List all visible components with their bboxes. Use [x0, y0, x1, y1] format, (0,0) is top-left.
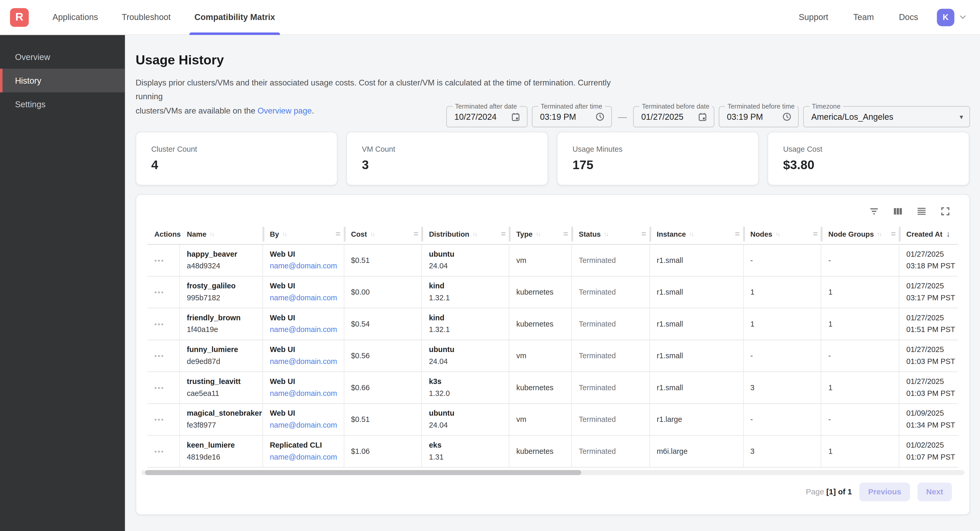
density-icon[interactable] [915, 204, 928, 218]
col-header-name[interactable]: Name ↑↓ [180, 223, 263, 244]
created-by-email-link[interactable]: name@domain.com [270, 260, 343, 272]
terminated-after-time-field[interactable]: Terminated after time 03:19 PM [532, 106, 612, 128]
cost-value: $0.54 [351, 320, 422, 329]
created-at-cell: 01/27/2025 01:51 PM PST [899, 308, 958, 339]
cluster-id: cae5ea11 [187, 388, 262, 400]
node-groups-value: - [828, 256, 899, 265]
column-drag-handle[interactable]: = [813, 229, 818, 238]
filter-icon[interactable] [867, 204, 881, 218]
column-drag-handle[interactable]: = [414, 229, 418, 238]
stat-card-usage-cost: Usage Cost $3.80 [767, 132, 969, 185]
column-drag-handle[interactable]: = [891, 229, 896, 238]
page-title: Usage History [135, 52, 970, 68]
terminated-after-date-field[interactable]: Terminated after date 10/27/2024 [446, 106, 527, 128]
overview-page-link[interactable]: Overview page [258, 106, 312, 115]
table-row: ••• frosty_galileo 995b7182 Web UI name@… [148, 277, 958, 309]
page-indicator: Page [1] of 1 [806, 488, 852, 496]
node-groups-cell: 1 [821, 308, 899, 339]
clock-icon[interactable] [595, 112, 605, 122]
row-actions-button[interactable]: ••• [154, 320, 180, 328]
status-cell: Terminated [572, 404, 650, 435]
sort-icon: ↑↓ [775, 231, 780, 237]
col-header-nodes[interactable]: Nodes ↑↓ = [744, 223, 822, 244]
row-actions-button[interactable]: ••• [154, 288, 180, 296]
created-by-email-link[interactable]: name@domain.com [270, 356, 343, 368]
created-by-email-link[interactable]: name@domain.com [270, 292, 343, 304]
created-by: Web UI [270, 408, 343, 420]
account-menu[interactable]: K [937, 8, 967, 26]
type-value: kubernetes [516, 447, 571, 456]
by-cell: Web UI name@domain.com [263, 340, 344, 371]
sidebar-item-overview[interactable]: Overview [0, 45, 125, 68]
created-by-email-link[interactable]: name@domain.com [270, 388, 343, 400]
column-drag-handle[interactable]: = [641, 229, 646, 238]
row-actions-button[interactable]: ••• [154, 257, 180, 264]
next-page-button[interactable]: Next [917, 483, 951, 501]
terminated-before-time-field[interactable]: Terminated before time 03:19 PM [719, 106, 799, 128]
by-cell: Web UI name@domain.com [263, 372, 344, 403]
row-actions-button[interactable]: ••• [154, 416, 180, 423]
timezone-select[interactable]: Timezone America/Los_Angeles ▾ [803, 106, 970, 128]
row-actions-button[interactable]: ••• [154, 352, 180, 360]
col-header-node-groups[interactable]: Node Groups ↑↓ = [821, 223, 899, 244]
fullscreen-icon[interactable] [938, 204, 952, 218]
nav-link-team[interactable]: Team [853, 13, 874, 22]
instance-cell: r1.small [650, 372, 744, 403]
row-actions-button[interactable]: ••• [154, 448, 180, 455]
column-drag-handle[interactable]: = [336, 229, 340, 238]
status-cell: Terminated [572, 308, 650, 339]
distribution-name: ubuntu [429, 344, 509, 356]
sort-icon: ↑↓ [210, 231, 214, 237]
calendar-icon[interactable] [511, 112, 520, 122]
status-value: Terminated [579, 320, 649, 329]
col-header-instance[interactable]: Instance ↑↓ = [650, 223, 744, 244]
cost-cell: $0.51 [344, 245, 422, 276]
cluster-id: de9ed87d [187, 356, 262, 368]
columns-icon[interactable] [891, 204, 904, 218]
column-drag-handle[interactable]: = [563, 229, 568, 238]
by-cell: Web UI name@domain.com [263, 277, 344, 308]
instance-value: r1.small [657, 288, 743, 297]
row-actions-button[interactable]: ••• [154, 384, 180, 392]
col-header-cost[interactable]: Cost ↑↓ = [344, 223, 422, 244]
tab-applications[interactable]: Applications [52, 0, 98, 35]
cost-cell: $0.00 [344, 277, 422, 308]
tab-compatibility-matrix[interactable]: Compatibility Matrix [194, 0, 275, 35]
column-drag-handle[interactable]: = [501, 229, 506, 238]
type-value: kubernetes [516, 320, 571, 329]
created-at-cell: 01/27/2025 03:18 PM PST [899, 245, 958, 276]
cost-value: $0.00 [351, 288, 422, 297]
stat-card-usage-minutes: Usage Minutes 175 [557, 132, 759, 185]
nav-link-docs[interactable]: Docs [899, 13, 918, 22]
horizontal-scrollbar-track[interactable] [141, 470, 964, 475]
table-row: ••• trusting_leavitt cae5ea11 Web UI nam… [148, 372, 958, 404]
created-by: Replicated CLI [270, 439, 343, 452]
tab-troubleshoot[interactable]: Troubleshoot [122, 0, 170, 35]
created-by-email-link[interactable]: name@domain.com [270, 452, 343, 463]
sidebar-item-settings[interactable]: Settings [0, 92, 125, 116]
type-cell: kubernetes [509, 277, 572, 308]
col-header-distribution[interactable]: Distribution ↑↓ = [422, 223, 509, 244]
avatar[interactable]: K [937, 8, 954, 26]
terminated-before-date-field[interactable]: Terminated before date 01/27/2025 [633, 106, 714, 128]
clock-icon[interactable] [782, 112, 792, 122]
active-tab-underline [189, 32, 280, 35]
horizontal-scrollbar-thumb[interactable] [145, 470, 581, 475]
cost-cell: $0.66 [344, 372, 422, 403]
created-by: Web UI [270, 376, 343, 388]
app-logo[interactable]: R [10, 8, 29, 27]
created-by-email-link[interactable]: name@domain.com [270, 324, 343, 336]
col-header-status[interactable]: Status ↑↓ = [572, 223, 650, 244]
distribution-name: ubuntu [429, 249, 509, 261]
created-time: 01:03 PM PST [907, 388, 958, 400]
column-drag-handle[interactable]: = [735, 229, 740, 238]
col-header-by[interactable]: By ↑↓ = [263, 223, 344, 244]
calendar-icon[interactable] [698, 112, 708, 122]
previous-page-button[interactable]: Previous [859, 483, 910, 501]
col-header-created-at[interactable]: Created At ↓ [899, 223, 958, 244]
created-by-email-link[interactable]: name@domain.com [270, 420, 343, 431]
col-header-type[interactable]: Type ↑↓ = [509, 223, 572, 244]
sidebar-item-history[interactable]: History [0, 68, 125, 92]
nav-link-support[interactable]: Support [799, 13, 828, 22]
sort-icon: ↑↓ [877, 231, 881, 237]
